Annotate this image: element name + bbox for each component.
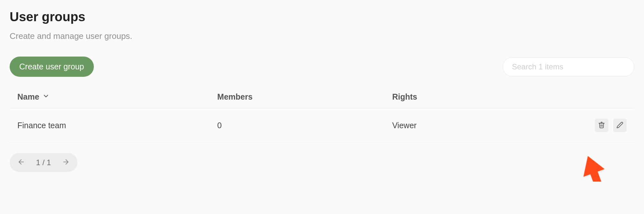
pencil-icon [616,121,623,129]
search-input[interactable] [503,57,634,76]
svg-marker-4 [577,152,617,182]
pagination-next-button[interactable] [60,156,72,169]
edit-button[interactable] [613,119,627,132]
cell-name: Finance team [10,108,210,143]
create-user-group-button[interactable]: Create user group [10,57,94,77]
column-header-rights[interactable]: Rights [392,92,417,101]
user-groups-table: Name Members Rights Finance team 0 [10,86,634,143]
trash-icon [598,121,605,129]
column-header-members[interactable]: Members [217,92,253,101]
chevron-down-icon [42,92,49,102]
delete-button[interactable] [595,119,608,132]
pagination-label: 1 / 1 [36,158,51,167]
column-header-name[interactable]: Name [17,92,49,102]
column-header-name-label: Name [17,92,39,102]
cell-members: 0 [210,108,384,143]
pagination-prev-button[interactable] [15,156,27,169]
page-title: User groups [10,10,634,24]
pagination: 1 / 1 [10,153,77,172]
page-subtitle: Create and manage user groups. [10,31,634,41]
arrow-left-icon [17,158,25,167]
toolbar: Create user group [10,57,634,77]
arrow-right-icon [62,158,70,167]
cell-rights: Viewer [384,108,559,143]
table-row: Finance team 0 Viewer [10,108,634,143]
annotation-arrow-icon [572,151,623,182]
